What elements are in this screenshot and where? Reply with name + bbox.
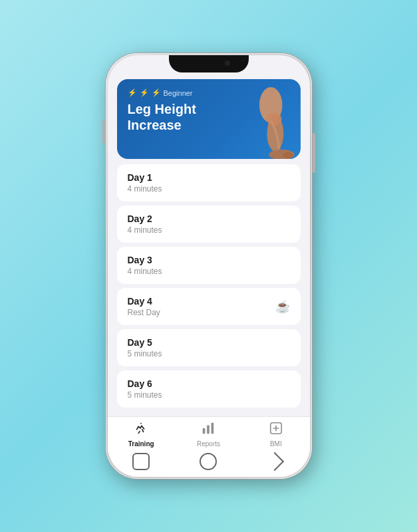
difficulty-label: Beginner: [164, 89, 193, 97]
bmi-icon: [269, 421, 283, 439]
day-name: Day 2: [128, 213, 162, 224]
svg-point-4: [283, 152, 293, 159]
day-list: Day 1 4 minutes Day 2 4 minutes Day 3 4 …: [108, 159, 310, 416]
phone-screen: ⚡ ⚡ ⚡ Beginner Leg Height Increase: [108, 55, 310, 477]
nav-item-reports[interactable]: Reports: [175, 421, 242, 448]
day-name: Day 6: [128, 378, 162, 389]
bolt-icon-2: ⚡: [140, 88, 149, 97]
phone-notch: [169, 55, 249, 72]
day-duration: 5 minutes: [128, 390, 162, 400]
svg-rect-6: [208, 425, 210, 434]
day-item[interactable]: Day 5 5 minutes: [117, 329, 301, 366]
svg-rect-7: [211, 423, 214, 434]
screen-content: ⚡ ⚡ ⚡ Beginner Leg Height Increase: [108, 55, 310, 477]
day-duration: 4 minutes: [128, 184, 162, 194]
hero-title: Leg Height Increase: [128, 101, 247, 133]
training-icon: [134, 421, 148, 439]
reports-label: Reports: [197, 440, 220, 448]
day-item[interactable]: Day 2 4 minutes: [117, 205, 301, 243]
day-duration: Rest Day: [128, 308, 160, 317]
day-duration: 4 minutes: [128, 267, 162, 276]
bmi-label: BMI: [270, 440, 282, 448]
home-area: [108, 450, 310, 477]
nav-item-bmi[interactable]: BMI: [242, 421, 309, 448]
day-item-rest[interactable]: Day 4 Rest Day ☕: [117, 288, 301, 325]
day-name: Day 5: [128, 337, 162, 348]
day-name: Day 3: [128, 255, 162, 265]
rest-cup-icon: ☕: [275, 299, 290, 314]
nav-item-training[interactable]: Training: [108, 421, 175, 448]
day-item[interactable]: Day 1 4 minutes: [117, 164, 301, 201]
bolt-icon-1: ⚡: [128, 88, 137, 97]
home-back-chevron[interactable]: [265, 452, 284, 471]
day-name: Day 4: [128, 296, 160, 307]
bolt-icon-3: ⚡: [152, 88, 161, 97]
bottom-nav: Training Reports: [108, 416, 310, 450]
svg-rect-5: [203, 428, 206, 434]
day-item[interactable]: Day 6 5 minutes: [117, 370, 301, 408]
day-duration: 4 minutes: [128, 225, 162, 235]
hero-banner[interactable]: ⚡ ⚡ ⚡ Beginner Leg Height Increase: [117, 79, 301, 159]
phone-frame: ⚡ ⚡ ⚡ Beginner Leg Height Increase: [106, 53, 312, 479]
day-item[interactable]: Day 3 4 minutes: [117, 247, 301, 284]
day-name: Day 1: [128, 172, 162, 183]
home-square-button[interactable]: [132, 453, 150, 470]
reports-icon: [201, 421, 215, 439]
leg-illustration: [241, 86, 301, 159]
day-duration: 5 minutes: [128, 349, 162, 358]
training-label: Training: [128, 440, 154, 448]
home-circle-button[interactable]: [200, 453, 217, 470]
svg-point-3: [266, 112, 281, 125]
